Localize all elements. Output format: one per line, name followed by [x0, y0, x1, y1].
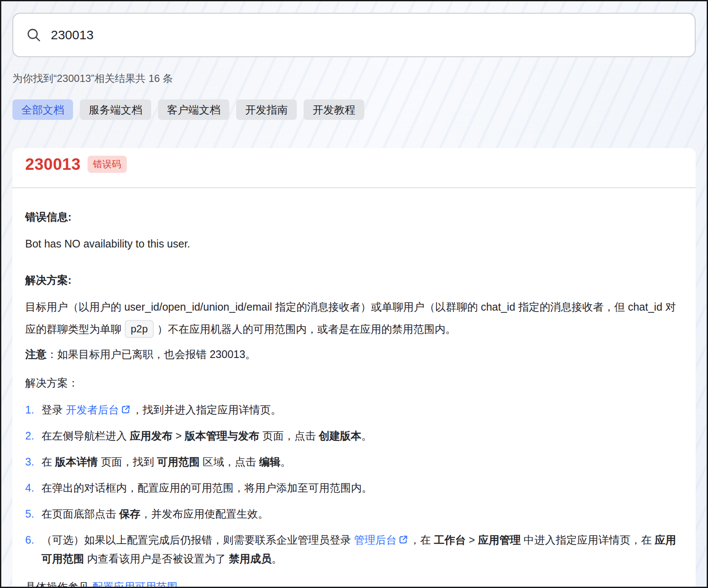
external-link-icon: [398, 534, 409, 545]
step-3: 3. 在 版本详情 页面，找到 可用范围 区域，点击 编辑。: [25, 452, 683, 471]
result-card-body: 错误信息: Bot has NO availability to this us…: [12, 188, 696, 588]
step-number: 1.: [25, 400, 41, 419]
inline-code-p2p: p2p: [125, 320, 154, 338]
filter-tab-client-docs[interactable]: 客户端文档: [158, 99, 229, 120]
error-code-badge: 错误码: [88, 156, 127, 173]
search-box[interactable]: [12, 13, 696, 57]
error-info-label: 错误信息:: [25, 209, 683, 225]
developer-console-link[interactable]: 开发者后台: [66, 404, 119, 416]
search-input[interactable]: [50, 27, 682, 43]
step-6: 6. （可选）如果以上配置完成后仍报错，则需要联系企业管理员登录 管理后台，在 …: [25, 530, 683, 568]
admin-console-link[interactable]: 管理后台: [354, 534, 397, 546]
step-number: 3.: [25, 452, 41, 471]
filter-tab-dev-guide[interactable]: 开发指南: [236, 99, 297, 120]
filter-tabs: 全部文档 服务端文档 客户端文档 开发指南 开发教程: [12, 99, 696, 120]
external-link-icon: [120, 404, 131, 415]
footer-suffix: 。: [178, 581, 191, 588]
solution-intro: 目标用户（以用户的 user_id/open_id/union_id/email…: [25, 296, 683, 340]
result-card-header: 230013 错误码: [12, 148, 696, 175]
configure-availability-link[interactable]: 配置应用可用范围: [92, 581, 178, 588]
solution-intro-text-2: ）不在应用机器人的可用范围内，或者是在应用的禁用范围内。: [157, 323, 456, 335]
note-label: 注意: [25, 348, 47, 360]
note-line: 注意：如果目标用户已离职，也会报错 230013。: [25, 346, 683, 362]
result-card: 230013 错误码 错误信息: Bot has NO availability…: [12, 148, 696, 588]
error-message: Bot has NO availability to this user.: [25, 236, 683, 252]
step-number: 6.: [25, 530, 41, 568]
page: 为你找到“230013”相关结果共 16 条 全部文档 服务端文档 客户端文档 …: [0, 0, 708, 588]
footer-text: 具体操作参见: [25, 581, 92, 588]
solution-label: 解决方案:: [25, 272, 683, 288]
filter-tab-server-docs[interactable]: 服务端文档: [80, 99, 151, 120]
steps-label: 解决方案：: [25, 375, 683, 391]
step-4: 4. 在弹出的对话框内，配置应用的可用范围，将用户添加至可用范围内。: [25, 478, 683, 497]
step-5: 5. 在页面底部点击 保存，并发布应用使配置生效。: [25, 504, 683, 523]
note-text: ：如果目标用户已离职，也会报错 230013。: [47, 348, 256, 360]
filter-tab-all[interactable]: 全部文档: [12, 99, 73, 120]
step-1: 1. 登录 开发者后台，找到并进入指定应用详情页。: [25, 400, 683, 419]
search-icon: [26, 27, 42, 43]
filter-tab-dev-tutorial[interactable]: 开发教程: [304, 99, 364, 120]
step-number: 2.: [25, 426, 41, 445]
step-number: 5.: [25, 504, 41, 523]
error-code-title[interactable]: 230013: [25, 154, 81, 175]
step-number: 4.: [25, 478, 41, 497]
results-summary: 为你找到“230013”相关结果共 16 条: [12, 72, 696, 85]
footer-line: 具体操作参见 配置应用可用范围 。: [25, 579, 683, 588]
solution-steps: 1. 登录 开发者后台，找到并进入指定应用详情页。 2. 在左侧导航栏进入 应用…: [25, 400, 683, 568]
step-2: 2. 在左侧导航栏进入 应用发布 > 版本管理与发布 页面，点击 创建版本。: [25, 426, 683, 445]
